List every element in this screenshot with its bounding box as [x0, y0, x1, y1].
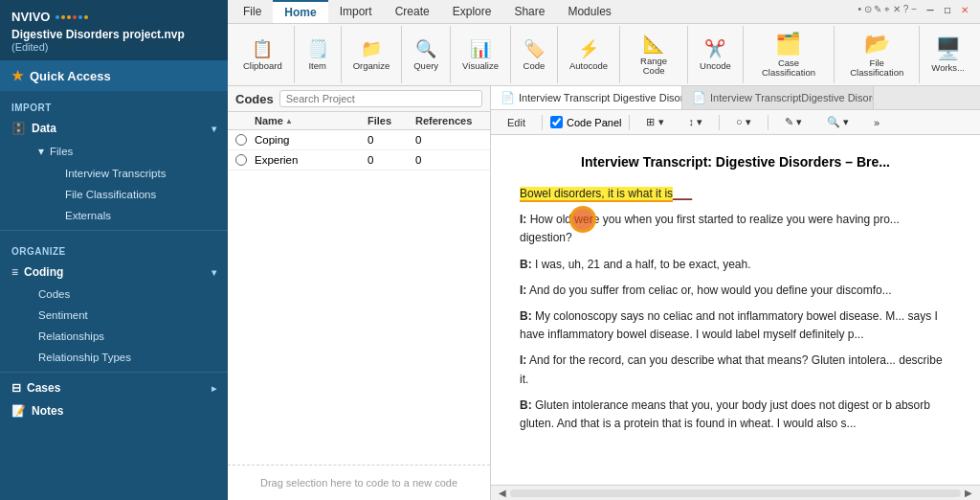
codes-label: Codes — [38, 288, 70, 300]
pen-button[interactable]: ✎ ▾ — [776, 113, 811, 131]
sidebar-item-sentiment[interactable]: Sentiment — [27, 305, 228, 326]
item-icon: 🗒️ — [307, 38, 328, 59]
minimize-button[interactable]: ─ — [923, 2, 938, 17]
doc-tab-brenda-label: Interview TranscriptDigestive Disorders … — [710, 92, 874, 103]
codes-panel: Codes Name ▲ Files References Coping 0 0 — [228, 86, 491, 500]
tab-modules[interactable]: Modules — [556, 1, 622, 22]
code-panel-checkbox[interactable] — [550, 116, 563, 128]
highlighted-text: Bowel disorders, it is what it is — [520, 187, 673, 202]
quick-access-bar[interactable]: ★ Quick Access — [0, 60, 228, 91]
sidebar-item-interview-transcripts[interactable]: Interview Transcripts — [54, 163, 228, 184]
dot-blue2 — [78, 15, 82, 19]
maximize-button[interactable]: □ — [940, 2, 955, 17]
col-name-header[interactable]: Name ▲ — [255, 115, 368, 126]
doc-tab-sam[interactable]: 📄 Interview Transcript Digestive Disorde… — [491, 86, 682, 109]
horizontal-scrollbar[interactable]: ◀ ▶ — [491, 485, 980, 500]
sort-button[interactable]: ↕ ▾ — [680, 113, 712, 131]
case-classification-button[interactable]: 🗂️ Case Classification — [749, 33, 828, 77]
sidebar-item-relationship-types[interactable]: Relationship Types — [27, 347, 228, 368]
chevron-coding-icon: ▾ — [212, 267, 216, 278]
doc-para-5: I: And for the record, can you describe … — [520, 352, 951, 388]
item-button[interactable]: 🗒️ Item — [301, 33, 335, 77]
zoom-button[interactable]: 🔍 ▾ — [818, 113, 858, 131]
sidebar-item-data[interactable]: 🗄️ Data ▾ — [0, 117, 228, 140]
code-panel-checkbox-label[interactable]: Code Panel — [550, 116, 622, 128]
nvivo-text: NVIVO — [11, 10, 50, 24]
edit-button[interactable]: Edit — [499, 114, 534, 131]
files-label: Files — [50, 146, 73, 157]
toolbar-group-item: 🗒️ Item — [295, 26, 342, 83]
uncode-label: Uncode — [700, 61, 731, 71]
sidebar-item-codes[interactable]: Codes — [27, 284, 228, 305]
files-subitems: Interview Transcripts File Classificatio… — [27, 163, 228, 226]
sidebar-item-coding[interactable]: ≡ Coding ▾ — [0, 261, 228, 284]
code-button[interactable]: 🏷️ Code — [517, 33, 551, 77]
tab-import[interactable]: Import — [328, 1, 384, 22]
extra-button[interactable]: » — [865, 114, 888, 131]
scroll-right-arrow[interactable]: ▶ — [961, 488, 976, 498]
rangecode-label: Range Code — [632, 57, 676, 77]
autocode-icon: ⚡ — [578, 38, 599, 59]
sidebar-item-file-classifications[interactable]: File Classifications — [54, 184, 228, 205]
rangecode-button[interactable]: 📐 Range Code — [626, 33, 681, 77]
query-button[interactable]: 🔍 Query — [408, 33, 444, 77]
workspace-button[interactable]: 🖥️ Works... — [925, 33, 970, 77]
doc-area: 📄 Interview Transcript Digestive Disorde… — [491, 86, 980, 500]
tab-create[interactable]: Create — [384, 1, 441, 22]
file-classifications-label: File Classifications — [65, 189, 156, 200]
circle-button[interactable]: ○ ▾ — [727, 113, 760, 131]
file-classification-button[interactable]: 📂 File Classification — [840, 33, 913, 77]
code-refs-experience: 0 — [415, 154, 482, 166]
clipboard-button[interactable]: 📋 Clipboard — [237, 33, 288, 77]
sidebar-item-files[interactable]: ▾ Files — [27, 140, 228, 163]
tab-explore[interactable]: Explore — [441, 1, 503, 22]
radio-coping[interactable] — [235, 134, 247, 146]
uncode-icon: ✂️ — [704, 38, 725, 59]
autocode-label: Autocode — [569, 61, 608, 71]
toolbar-group-case-classification: 🗂️ Case Classification — [744, 26, 835, 83]
dot-orange — [61, 15, 65, 19]
uncode-button[interactable]: ✂️ Uncode — [694, 33, 737, 77]
query-label: Query — [413, 61, 438, 71]
col-files-header: Files — [368, 115, 415, 126]
ribbon: File Home Import Create Explore Share Mo… — [228, 0, 980, 86]
drag-hint: Drag selection here to code to a new cod… — [228, 465, 490, 500]
view-options-button[interactable]: ⊞ ▾ — [637, 113, 672, 131]
visualize-button[interactable]: 📊 Visualize — [457, 33, 504, 77]
scroll-left-arrow[interactable]: ◀ — [495, 488, 510, 498]
code-files-coping: 0 — [368, 134, 415, 146]
chevron-down-icon: ▾ — [212, 124, 216, 134]
codes-header: Codes — [228, 86, 490, 112]
sidebar-item-externals[interactable]: Externals — [54, 205, 228, 226]
close-button[interactable]: ✕ — [957, 2, 972, 17]
toolbar-icons: • ⊙ ✎ ⌖ ✕ ? − — [858, 4, 917, 15]
content-area: Codes Name ▲ Files References Coping 0 0 — [228, 86, 980, 500]
codes-search-input[interactable] — [279, 90, 482, 107]
autocode-button[interactable]: ⚡ Autocode — [564, 33, 613, 77]
tab-file[interactable]: File — [232, 1, 273, 22]
code-name-experience: Experien — [255, 154, 368, 166]
organize-label: Organize — [353, 61, 390, 71]
code-row-coping[interactable]: Coping 0 0 — [228, 130, 490, 150]
coding-icon: ≡ — [11, 265, 18, 279]
star-icon: ★ — [11, 68, 24, 83]
sidebar-item-cases[interactable]: ⊟ Cases ▸ — [0, 376, 228, 399]
doc-tab-brenda[interactable]: 📄 Interview TranscriptDigestive Disorder… — [682, 86, 874, 109]
col-radio — [235, 115, 255, 126]
toolbar-group-clipboard: 📋 Clipboard — [232, 26, 295, 83]
scroll-track[interactable] — [510, 489, 961, 497]
radio-experience[interactable] — [235, 154, 247, 166]
organize-button[interactable]: 📁 Organize — [347, 33, 396, 77]
main-area: File Home Import Create Explore Share Mo… — [228, 0, 980, 500]
code-row-experience[interactable]: Experien 0 0 — [228, 150, 490, 170]
toolbar-group-visualize: 📊 Visualize — [451, 26, 511, 83]
toolbar-separator-4 — [768, 115, 768, 130]
toolbar-separator-2 — [629, 115, 630, 130]
case-classification-icon: 🗂️ — [775, 32, 801, 57]
workspace-icon: 🖥️ — [935, 36, 961, 61]
tab-home[interactable]: Home — [273, 0, 327, 23]
dot-red — [73, 15, 77, 19]
sidebar-item-notes[interactable]: 📝 Notes — [0, 399, 228, 422]
sidebar-item-relationships[interactable]: Relationships — [27, 326, 228, 347]
tab-share[interactable]: Share — [502, 1, 556, 22]
